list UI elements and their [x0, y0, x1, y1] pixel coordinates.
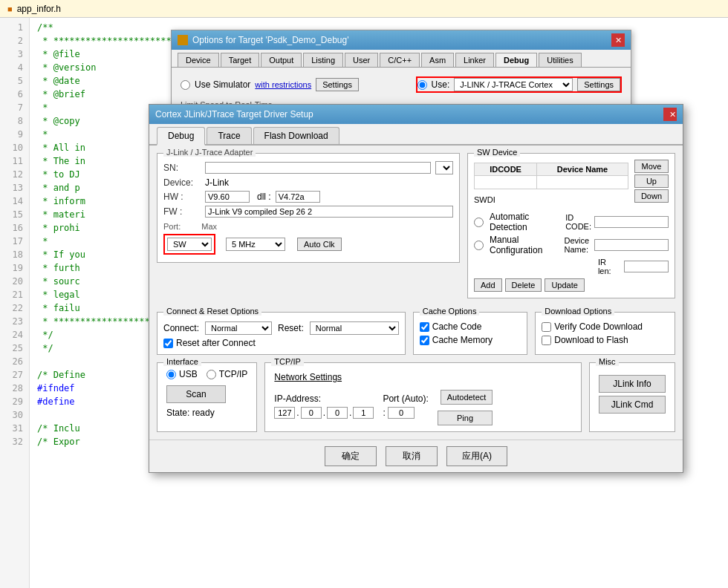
manual-config-radio[interactable] — [474, 241, 484, 250]
cortex-dialog: Cortex JLink/JTrace Target Driver Setup … — [149, 104, 683, 473]
cortex-tab-flash[interactable]: Flash Download — [253, 127, 339, 144]
ok-button[interactable]: 确定 — [325, 446, 377, 466]
max-select[interactable]: 5 MHz 10 MHz — [226, 238, 285, 251]
tab-target[interactable]: Target — [221, 53, 260, 67]
dll-label: dll : — [257, 192, 271, 202]
auto-detect-radio[interactable] — [474, 218, 484, 227]
port-auto-label: Port (Auto): — [383, 393, 428, 404]
port-section: Port: Max SW JTAG — [163, 222, 453, 255]
sw-table: IDCODE Device Name — [474, 163, 628, 189]
add-button[interactable]: Add — [474, 278, 502, 292]
ip-seg4-input[interactable] — [353, 407, 374, 419]
network-settings-label: Network Settings — [274, 372, 572, 382]
connect-box: Connect & Reset Options Connect: Normal … — [157, 312, 406, 355]
auto-detect-row: Automatic Detection ID CODE: — [474, 212, 669, 232]
download-flash-checkbox[interactable] — [542, 336, 551, 345]
tab-listing[interactable]: Listing — [303, 53, 343, 67]
use-device-select[interactable]: J-LINK / J-TRACE Cortex — [454, 78, 573, 91]
interface-title: Interface — [163, 357, 201, 366]
device-value: J-Link — [205, 177, 229, 188]
editor-tab-name: app_infor.h — [17, 4, 61, 14]
jlink-panel: J-Link / J-Trace Adapter SN: Device: J-L… — [157, 153, 460, 304]
device-name-label: Device Name: — [565, 236, 591, 254]
settings-button-2[interactable]: Settings — [577, 78, 620, 91]
device-row: Device: J-Link — [163, 177, 453, 188]
fw-input[interactable] — [205, 206, 453, 218]
jlink-info-button[interactable]: JLink Info — [599, 375, 666, 393]
tcpip-radio[interactable] — [207, 370, 216, 379]
up-button[interactable]: Up — [634, 174, 669, 188]
hw-label: HW : — [163, 192, 201, 202]
misc-buttons: JLink Info JLink Cmd — [599, 375, 666, 414]
file-icon: ■ — [7, 4, 13, 13]
manual-config-row: Manual Configuration Device Name: — [474, 235, 669, 255]
tab-output[interactable]: Output — [261, 53, 302, 67]
sn-input[interactable] — [205, 162, 431, 174]
cortex-tab-debug[interactable]: Debug — [157, 127, 205, 146]
connect-row: Connect: Normal Connect under Reset Rese… — [163, 321, 399, 335]
cache-title: Cache Options — [420, 307, 480, 316]
ip-seg3-input[interactable] — [327, 407, 348, 419]
sw-table-section: IDCODE Device Name SWDI — [474, 160, 628, 207]
down-button[interactable]: Down — [634, 189, 669, 203]
device-name-input[interactable] — [594, 239, 669, 251]
move-button[interactable]: Move — [634, 160, 669, 173]
verify-code-checkbox[interactable] — [542, 322, 551, 332]
options-close-button[interactable]: ✕ — [611, 33, 625, 47]
id-code-input[interactable] — [594, 216, 669, 228]
cortex-tab-trace[interactable]: Trace — [207, 127, 251, 144]
reset-after-connect-checkbox[interactable] — [163, 339, 173, 348]
tab-utilities[interactable]: Utilities — [539, 53, 581, 67]
port-auto-section: Port (Auto): : — [383, 393, 428, 419]
ir-len-input[interactable] — [624, 261, 669, 272]
cancel-button[interactable]: 取消 — [386, 446, 438, 466]
jlink-cmd-button[interactable]: JLink Cmd — [599, 396, 666, 414]
tab-device[interactable]: Device — [178, 53, 219, 67]
cache-code-row: Cache Code — [420, 321, 521, 332]
settings-button-1[interactable]: Settings — [316, 78, 359, 91]
state-text: State: ready — [166, 408, 247, 418]
ping-button[interactable]: Ping — [438, 411, 493, 425]
hw-input[interactable] — [205, 191, 250, 203]
sn-dropdown[interactable] — [435, 161, 453, 174]
move-buttons: Move Up Down — [634, 160, 669, 203]
tab-user[interactable]: User — [345, 53, 378, 67]
use-radio[interactable] — [417, 80, 427, 90]
tab-asm[interactable]: Asm — [421, 53, 454, 67]
autodetect-button[interactable]: Autodetect — [441, 390, 493, 405]
ip-seg1-input[interactable] — [274, 407, 295, 419]
cache-code-checkbox[interactable] — [420, 322, 429, 332]
ip-seg2-input[interactable] — [301, 407, 322, 419]
options-dialog-title: Options for Target 'Psdk_Demo_Debug' — [192, 35, 348, 45]
interface-section: Interface USB TCP/IP Scan State: ready T… — [149, 362, 683, 440]
port-row: Port: Max — [163, 222, 453, 231]
cortex-close-button[interactable]: ✕ — [663, 108, 677, 121]
simulator-radio[interactable] — [181, 80, 190, 90]
connect-select[interactable]: Normal Connect under Reset — [205, 321, 272, 335]
scan-button[interactable]: Scan — [166, 385, 226, 403]
tab-linker[interactable]: Linker — [455, 53, 494, 67]
bottom-section: Connect & Reset Options Connect: Normal … — [149, 312, 683, 362]
restrictions-link[interactable]: with restrictions — [255, 80, 311, 89]
fw-label: FW : — [163, 206, 201, 217]
port-select[interactable]: SW JTAG — [167, 238, 212, 251]
cortex-title: Cortex JLink/JTrace Target Driver Setup — [155, 109, 313, 120]
cache-memory-checkbox[interactable] — [420, 336, 429, 345]
download-title: Download Options — [542, 307, 614, 316]
reset-after-connect-row: Reset after Connect — [163, 338, 399, 348]
dll-input[interactable] — [276, 191, 320, 203]
usb-radio[interactable] — [166, 370, 176, 379]
apply-button[interactable]: 应用(A) — [446, 446, 507, 466]
auto-clk-button[interactable]: Auto Clk — [297, 238, 342, 251]
update-button[interactable]: Update — [545, 278, 584, 292]
tab-debug[interactable]: Debug — [495, 53, 537, 67]
id-code-label: ID CODE: — [565, 213, 591, 231]
editor-tab[interactable]: ■ app_infor.h — [0, 0, 728, 18]
use-section: Use: J-LINK / J-TRACE Cortex Settings — [416, 76, 622, 93]
misc-box: Misc JLink Info JLink Cmd — [589, 362, 675, 432]
tab-cpp[interactable]: C/C++ — [380, 53, 420, 67]
line-numbers: 12345 678910 1112131415 1617181920 21222… — [0, 18, 30, 588]
delete-button[interactable]: Delete — [505, 278, 542, 292]
port-auto-input[interactable] — [388, 407, 415, 419]
reset-select[interactable]: Normal Hardware Reset — [310, 321, 399, 335]
